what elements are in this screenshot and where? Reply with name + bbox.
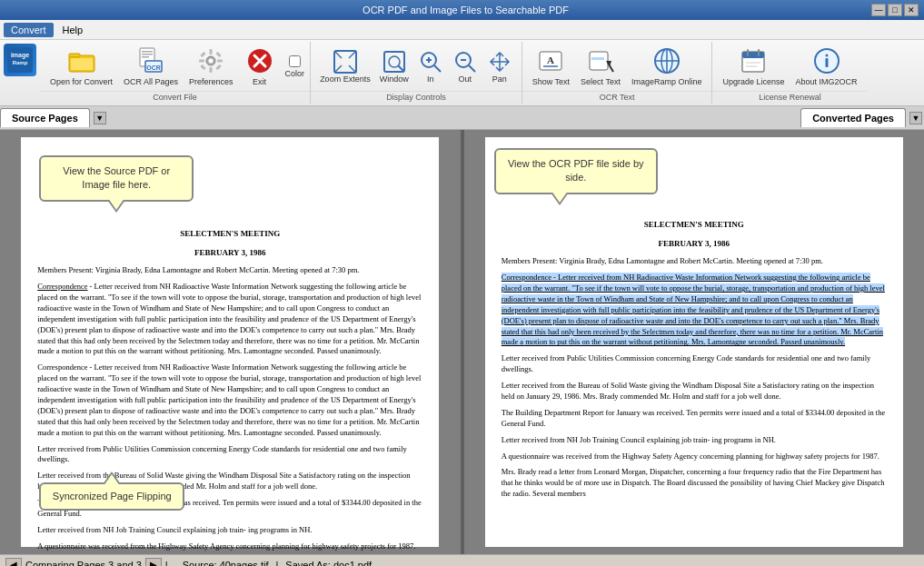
svg-rect-4 [69,54,80,57]
zoom-in-icon [418,49,443,74]
source-paragraph-6: A questionnaire was received from the Hi… [37,541,422,552]
svg-text:A: A [547,55,554,65]
maximize-button[interactable]: □ [888,4,902,16]
tab-bar: Source Pages ▼ Converted Pages ▼ [0,106,924,130]
tab-left-area: Source Pages ▼ [0,108,108,127]
pan-button[interactable]: Pan [483,47,516,85]
toolbar: image Ramp Open for Convert [0,40,924,106]
menu-convert[interactable]: Convert [4,23,54,37]
page-info: Comparing Pages 3 and 3 [25,560,142,567]
tab-source-pages[interactable]: Source Pages [0,108,90,127]
next-page-button[interactable]: ▶ [145,558,162,567]
svg-line-29 [349,65,356,73]
converted-doc-title1: SELECTMEN'S MEETING [502,219,887,231]
exit-button[interactable]: Exit [240,44,280,89]
svg-text:OCR: OCR [146,65,161,71]
window-button[interactable]: Window [376,47,412,85]
preferences-button[interactable]: Preferences [184,44,238,89]
ocr-pages-icon: OCR [136,46,165,75]
toolbar-group-convert-file: Open for Convert OCR OCR All Pages [40,42,311,104]
toolbar-group-ocr-text: A Show Text Select Text [522,42,713,104]
ocr-all-pages-button[interactable]: OCR OCR All Pages [119,44,183,89]
svg-rect-43 [590,52,608,70]
converted-callout: View the OCR PDF file side by side. [494,148,658,194]
main-content: View the Source PDF or Image file here. … [0,130,924,554]
svg-rect-17 [217,60,223,63]
zoom-extents-icon [333,49,358,74]
toolbar-group-license: Upgrade License About IMG2OCR License Re… [712,42,867,104]
svg-line-28 [334,65,342,73]
source-doc-title2: FEBRUARY 3, 1986 [37,247,422,259]
window-title: OCR PDF and Image Files to Searchable PD… [60,5,871,15]
select-text-icon [586,46,615,75]
converted-paragraph-highlighted: Correspondence - Letter received from NH… [502,273,887,348]
separator: | [165,560,168,567]
gear-icon [196,46,225,75]
svg-rect-20 [201,65,206,70]
display-controls-label: Display Controls [311,91,522,104]
converted-paragraph-1: Letter received from Public Utilities Co… [502,353,887,375]
tab-converted-pages[interactable]: Converted Pages [800,108,906,127]
converted-paragraph-6: Mrs. Brady read a letter from Leonard Mo… [502,467,887,500]
svg-point-13 [209,59,214,64]
folder-open-icon [67,46,96,75]
source-paragraph-1: Correspondence - Letter received from NH… [37,362,422,438]
svg-rect-16 [199,60,204,63]
svg-rect-19 [216,52,222,57]
imageramp-online-button[interactable]: ImageRamp Online [627,44,707,89]
source-paragraph-0: Members Present: Virginia Brady, Edna La… [37,265,422,276]
title-bar: OCR PDF and Image Files to Searchable PD… [0,0,924,20]
svg-line-39 [469,65,475,72]
source-paragraph-5: Letter received from NH Job Training Cou… [37,525,422,536]
select-text-button[interactable]: Select Text [576,44,625,89]
close-button[interactable]: ✕ [904,4,919,16]
show-text-button[interactable]: A Show Text [528,44,574,89]
color-checkbox[interactable] [289,55,301,67]
converted-paragraph-3: The Building Department Report for Janua… [502,408,887,430]
svg-rect-18 [201,52,206,57]
source-doc-title1: SELECTMEN'S MEETING [37,228,422,240]
converted-doc-title2: FEBRUARY 3, 1986 [502,238,887,250]
svg-text:image: image [11,52,29,59]
show-text-icon: A [536,46,565,75]
upgrade-license-button[interactable]: Upgrade License [718,44,789,89]
about-button[interactable]: About IMG2OCR [790,44,861,89]
svg-rect-14 [210,49,213,55]
convert-file-label: Convert File [40,91,310,104]
source-file: Source: 40pages.tif [183,560,269,567]
source-panel[interactable]: View the Source PDF or Image file here. … [0,130,461,554]
converted-page-content: View the OCR PDF file side by side. SELE… [485,137,903,547]
status-bar: ◀ Comparing Pages 3 and 3 ▶ | Source: 40… [0,554,924,566]
svg-text:Ramp: Ramp [13,60,28,65]
svg-rect-5 [71,58,93,70]
ocr-text-label: OCR Text [522,91,712,104]
zoom-in-button[interactable]: In [414,47,447,85]
converted-paragraph-4: Letter received from NH Job Training Cou… [502,435,887,446]
source-paragraph-2: Letter received from Public Utilities Co… [37,444,422,466]
zoom-out-icon [452,49,478,74]
source-pages-arrow[interactable]: ▼ [94,112,106,124]
svg-rect-58 [825,58,828,67]
toolbar-group-display-controls: Zoom Extents Window [311,42,522,104]
converted-pages-arrow[interactable]: ▼ [909,112,922,124]
open-for-convert-button[interactable]: Open for Convert [45,44,117,89]
source-page-content: View the Source PDF or Image file here. … [21,137,439,547]
svg-rect-9 [142,56,149,58]
globe-icon [652,46,681,75]
info-circle-icon [812,46,841,75]
tab-right-area: Converted Pages ▼ [800,108,924,127]
converted-panel[interactable]: View the OCR PDF file side by side. SELE… [464,130,925,554]
menu-help[interactable]: Help [55,23,91,37]
zoom-extents-button[interactable]: Zoom Extents [316,47,374,85]
color-label: Color [285,69,305,78]
saved-as: Saved As: doc1.pdf [285,560,372,567]
sync-callout: Syncronized Page Flipping [39,482,184,511]
minimize-button[interactable]: — [871,4,886,16]
svg-point-57 [825,55,828,57]
separator2: | [275,560,278,567]
window-zoom-icon [382,49,407,74]
prev-page-button[interactable]: ◀ [5,558,22,567]
converted-paragraph-2: Letter received from the Bureau of Solid… [502,381,887,402]
zoom-out-button[interactable]: Out [449,47,482,85]
svg-line-32 [398,65,403,71]
